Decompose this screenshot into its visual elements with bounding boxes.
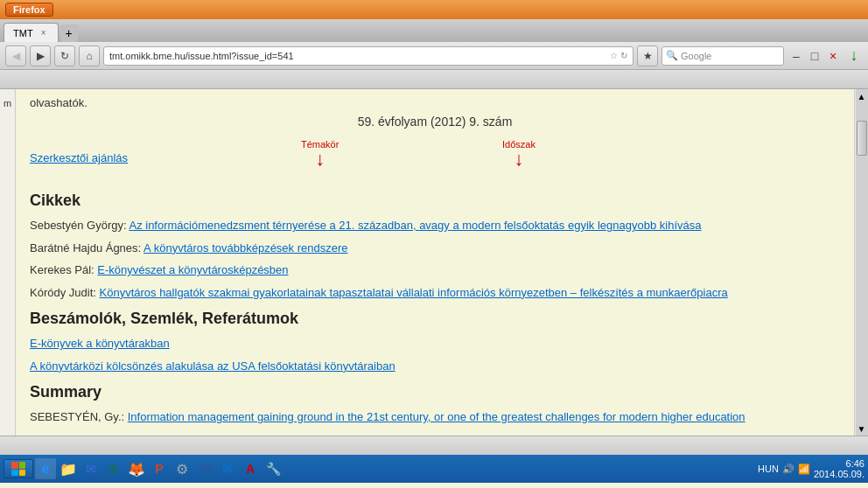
articles-section: Terület → Sebestyén György: Az informáci… bbox=[30, 217, 840, 301]
close-button[interactable]: × bbox=[824, 47, 842, 65]
download-arrow[interactable]: ↓ bbox=[845, 47, 863, 65]
scrollbar-track bbox=[856, 103, 868, 422]
summary-heading: Summary bbox=[30, 383, 840, 401]
article-3-link[interactable]: E-könyvészet a könyvtárosképzésben bbox=[97, 263, 288, 276]
navigation-bar: ◀ ▶ ↻ ⌂ tmt.omikk.bme.hu/issue.html?issu… bbox=[0, 42, 868, 70]
scrollbar[interactable]: ▲ ▼ bbox=[854, 89, 868, 436]
bookmark-star[interactable]: ★ bbox=[637, 45, 658, 66]
taskbar-folder-icon[interactable]: 📁 bbox=[58, 458, 79, 479]
editorial-link[interactable]: Szerkesztői ajánlás bbox=[30, 151, 128, 164]
download-icon: ↓ bbox=[850, 46, 858, 65]
speaker-icon: 🔊 bbox=[782, 464, 794, 475]
search-engine-icon: 🔍 bbox=[666, 50, 678, 61]
address-bar[interactable]: tmt.omikk.bme.hu/issue.html?issue_id=541… bbox=[103, 46, 634, 66]
active-tab[interactable]: TMT × bbox=[4, 23, 59, 42]
időszak-annotation: Időszak ↓ bbox=[502, 139, 536, 169]
bookmarks-bar bbox=[0, 70, 868, 89]
témakör-annotation: Témakör ↓ bbox=[301, 139, 339, 169]
time-display: 6:46 bbox=[846, 458, 864, 469]
tab-close-button[interactable]: × bbox=[38, 28, 49, 38]
article-1-author: Sebestyén György: bbox=[30, 219, 127, 232]
excel-icon: X bbox=[109, 462, 117, 476]
powerpoint-icon: P bbox=[155, 462, 163, 476]
search-bar[interactable]: 🔍 Google bbox=[662, 46, 784, 66]
taskbar-outlook-icon[interactable]: ✉ bbox=[217, 458, 238, 479]
language-indicator: HUN bbox=[758, 464, 779, 474]
clock: 6:46 2014.05.09. bbox=[814, 458, 864, 479]
reload-small-icon: ↻ bbox=[620, 51, 627, 60]
new-tab-button[interactable]: + bbox=[60, 24, 78, 42]
date-display: 2014.05.09. bbox=[814, 469, 864, 479]
taskbar-excel-icon[interactable]: X bbox=[103, 458, 124, 479]
scroll-up-button[interactable]: ▲ bbox=[856, 89, 868, 103]
content-container: olvashatók. 59. évfolyam (2012) 9. szám … bbox=[30, 96, 840, 426]
mail-icon: ✉ bbox=[86, 462, 96, 476]
taskbar-ie-icon[interactable]: e bbox=[35, 458, 56, 479]
article-3: Kerekes Pál: E-könyvészet a könyvtároské… bbox=[30, 261, 840, 279]
tab-title: TMT bbox=[13, 28, 33, 38]
page-title: 59. évfolyam (2012) 9. szám bbox=[30, 115, 840, 129]
article-2-link[interactable]: A könyvtáros továbbképzések rendszere bbox=[144, 241, 347, 254]
folder-icon: 📁 bbox=[60, 461, 77, 478]
taskbar: e 📁 ✉ X 🦊 P ⚙ W ✉ A 🔧 HUN 🔊 📶 6:46 2014.… bbox=[0, 455, 868, 483]
tab-bar: TMT × + bbox=[0, 19, 868, 42]
main-content: olvashatók. 59. évfolyam (2012) 9. szám … bbox=[16, 89, 854, 436]
article-4-link[interactable]: Könyvtáros hallgatók szakmai gyakorlatai… bbox=[100, 286, 728, 299]
article-1-link[interactable]: Az információmenedzsment térnyerése a 21… bbox=[129, 219, 701, 232]
article-1: Sebestyén György: Az információmenedzsme… bbox=[30, 217, 840, 234]
windows-logo bbox=[11, 462, 25, 476]
olvashatók-text: olvashatók. bbox=[30, 96, 840, 109]
settings-icon: ⚙ bbox=[176, 461, 188, 478]
időszak-arrow-icon: ↓ bbox=[514, 150, 523, 169]
network-icon: 📶 bbox=[798, 464, 810, 475]
beszamolok-link-2: A könyvtárközi kölcsönzés alakulása az U… bbox=[30, 358, 840, 375]
title-bar: Firefox bbox=[0, 0, 868, 19]
back-button[interactable]: ◀ bbox=[5, 45, 26, 66]
star-icon: ☆ bbox=[610, 51, 618, 60]
taskbar-firefox-icon[interactable]: 🦊 bbox=[126, 458, 147, 479]
editorial-link-wrapper: Szerkesztői ajánlás bbox=[30, 151, 128, 164]
summary-entry: SEBESTYÉN, Gy.: Information management g… bbox=[30, 408, 840, 426]
article-2: Barátné Hajdu Ágnes: A könyvtáros tovább… bbox=[30, 240, 840, 257]
outlook-icon: ✉ bbox=[222, 462, 233, 476]
address-icons: ☆ ↻ bbox=[610, 51, 627, 60]
content-wrapper: m olvashatók. 59. évfolyam (2012) 9. szá… bbox=[0, 89, 868, 436]
summary-link[interactable]: Information management gaining ground in… bbox=[128, 410, 746, 423]
article-4: Kóródy Judit: Könyvtáros hallgatók szakm… bbox=[30, 284, 840, 302]
search-text: Google bbox=[681, 51, 711, 61]
article-3-author: Kerekes Pál: bbox=[30, 263, 94, 276]
taskbar-acrobat-icon[interactable]: A bbox=[240, 458, 261, 479]
address-text: tmt.omikk.bme.hu/issue.html?issue_id=541 bbox=[109, 51, 610, 61]
taskbar-ppt-icon[interactable]: P bbox=[149, 458, 170, 479]
minimize-button[interactable]: – bbox=[788, 47, 805, 65]
ie-icon: e bbox=[42, 461, 50, 477]
acrobat-icon: A bbox=[246, 462, 255, 476]
window-controls: – □ × bbox=[788, 47, 842, 65]
left-sidebar: m bbox=[0, 89, 16, 436]
taskbar-tool-icon[interactable]: 🔧 bbox=[262, 458, 284, 479]
summary-author: SEBESTYÉN, Gy.: bbox=[30, 410, 124, 423]
firefox-taskbar-icon: 🦊 bbox=[128, 461, 145, 478]
scroll-down-button[interactable]: ▼ bbox=[856, 422, 868, 436]
reload-button[interactable]: ↻ bbox=[54, 45, 75, 66]
sidebar-letter: m bbox=[4, 98, 11, 108]
start-button[interactable] bbox=[4, 459, 33, 478]
firefox-button[interactable]: Firefox bbox=[5, 3, 53, 17]
taskbar-settings-icon[interactable]: ⚙ bbox=[172, 458, 192, 479]
témakör-arrow-icon: ↓ bbox=[315, 150, 325, 169]
title-bar-left: Firefox bbox=[5, 3, 53, 17]
maximize-button[interactable]: □ bbox=[806, 47, 823, 65]
link-ekonyvek[interactable]: E-könyvek a könyvtárakban bbox=[30, 337, 170, 350]
forward-button[interactable]: ▶ bbox=[30, 45, 51, 66]
beszamolok-heading: Beszámolók, Szemlék, Referátumok bbox=[30, 310, 840, 328]
home-button[interactable]: ⌂ bbox=[79, 45, 100, 66]
scrollbar-thumb[interactable] bbox=[857, 121, 867, 156]
taskbar-mail-icon[interactable]: ✉ bbox=[80, 458, 102, 479]
tool-icon: 🔧 bbox=[266, 462, 281, 476]
cikkek-heading: Cikkek bbox=[30, 192, 840, 210]
taskbar-word-icon[interactable]: W bbox=[194, 458, 215, 479]
word-icon: W bbox=[199, 462, 210, 476]
article-4-author: Kóródy Judit: bbox=[30, 286, 96, 299]
link-kolcsonzes[interactable]: A könyvtárközi kölcsönzés alakulása az U… bbox=[30, 359, 396, 373]
annotations-row: Témakör ↓ Időszak ↓ Szerkesztői ajánlás bbox=[30, 139, 840, 183]
